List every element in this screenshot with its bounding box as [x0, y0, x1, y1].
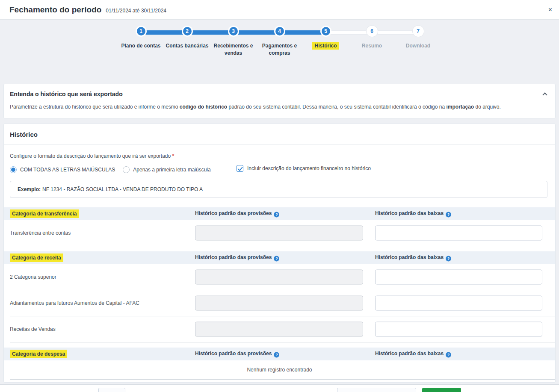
- example-text: NF 1234 - RAZÃO SOCIAL LTDA - VENDA DE P…: [42, 186, 203, 192]
- info-panel-title: Entenda o histórico que será exportado: [10, 91, 123, 97]
- step-label: Contas bancárias: [166, 43, 208, 49]
- footer-actions: Voltar Acessar financeiro do cliente Con…: [0, 384, 559, 392]
- writeoffs-input[interactable]: [375, 269, 542, 284]
- step-number: 4: [274, 26, 285, 37]
- table-row: Transferência entre contas: [4, 220, 555, 246]
- help-icon[interactable]: ?: [446, 352, 451, 357]
- provisions-input: [195, 225, 363, 240]
- step-label: Pagamentos e compras: [262, 43, 297, 56]
- modal-header: Fechamento do período 01/11/2024 até 30/…: [0, 0, 559, 20]
- column-header-provisions: Histórico padrão das provisões: [195, 350, 272, 356]
- help-icon[interactable]: ?: [446, 212, 451, 217]
- row-label: Transferência entre contas: [10, 230, 71, 236]
- info-panel: Entenda o histórico que será exportado P…: [3, 84, 556, 118]
- stepper-step-resumo[interactable]: 6 Resumo: [349, 26, 395, 57]
- step-number: 5: [320, 26, 331, 37]
- historico-panel: Histórico Configure o formato da descriç…: [3, 124, 556, 383]
- step-number: 6: [367, 26, 378, 37]
- step-label: Plano de contas: [121, 43, 160, 49]
- row-label: Receitas de Vendas: [10, 326, 56, 332]
- example-box: Exemplo: NF 1234 - RAZÃO SOCIAL LTDA - V…: [10, 181, 547, 198]
- back-button[interactable]: Voltar: [98, 388, 125, 392]
- checkbox-include-description[interactable]: Incluir descrição do lançamento financei…: [237, 165, 371, 172]
- historico-section-title: Histórico: [4, 124, 555, 145]
- divider: [10, 379, 555, 380]
- stepper-step-download[interactable]: 7 Download: [395, 26, 441, 57]
- stepper-step-contas-bancarias[interactable]: 2 Contas bancárias: [164, 26, 210, 57]
- help-icon[interactable]: ?: [274, 352, 279, 357]
- column-header-writeoffs: Histórico padrão das baixas: [375, 210, 444, 216]
- stepper-step-recebimentos-e-vendas[interactable]: 3 Recebimentos e vendas: [210, 26, 257, 57]
- step-number: 2: [182, 26, 193, 37]
- radio-unselected-icon: [123, 166, 130, 173]
- radio-all-uppercase[interactable]: COM TODAS AS LETRAS MAIÚSCULAS: [10, 166, 115, 173]
- column-header-writeoffs: Histórico padrão das baixas: [375, 350, 444, 356]
- radio-label: COM TODAS AS LETRAS MAIÚSCULAS: [20, 167, 115, 173]
- access-client-finance-button[interactable]: Acessar financeiro do cliente: [337, 388, 416, 392]
- stepper-step-plano-de-contas[interactable]: 1 Plano de contas: [118, 26, 164, 57]
- example-label: Exemplo:: [18, 186, 41, 192]
- radio-label: Apenas a primeira letra maiúscula: [133, 167, 210, 173]
- divider: [10, 246, 555, 246]
- divider: [10, 342, 555, 342]
- writeoffs-input[interactable]: [375, 295, 542, 310]
- writeoffs-input[interactable]: [375, 225, 542, 240]
- step-number: 7: [413, 26, 424, 37]
- step-number: 3: [228, 26, 239, 37]
- writeoffs-input[interactable]: [375, 321, 542, 336]
- collapse-chevron-up-icon[interactable]: [542, 92, 547, 97]
- step-number: 1: [136, 26, 147, 37]
- step-label: Download: [406, 43, 430, 49]
- radio-first-letter-uppercase[interactable]: Apenas a primeira letra maiúscula: [123, 166, 210, 173]
- step-label: Recebimentos e vendas: [213, 43, 253, 56]
- radio-selected-icon: [10, 166, 17, 173]
- table-row: Receitas de Vendas: [4, 316, 555, 342]
- category-title: Categoria de despesa: [10, 350, 67, 358]
- continue-button[interactable]: Continuar: [422, 388, 461, 392]
- help-icon[interactable]: ?: [274, 212, 279, 217]
- wizard-stepper: 1 Plano de contas 2 Contas bancárias 3 R…: [0, 26, 559, 79]
- page-title: Fechamento do período: [9, 5, 101, 15]
- row-label: 2 Categoria superior: [10, 274, 56, 280]
- section-header-receita: Categoria de receita Histórico padrão da…: [4, 251, 555, 264]
- help-icon[interactable]: ?: [446, 256, 451, 261]
- config-label: Configure o formato da descrição do lanç…: [4, 145, 555, 159]
- step-label-highlighted: Histórico: [312, 42, 339, 50]
- category-title: Categoria de receita: [10, 253, 63, 262]
- row-label: Adiantamentos para futuros Aumentos de C…: [10, 300, 139, 306]
- table-row: 2 Categoria superior: [4, 264, 555, 290]
- period-range: 01/11/2024 até 30/11/2024: [106, 6, 166, 14]
- column-header-provisions: Histórico padrão das provisões: [195, 254, 272, 260]
- step-label: Resumo: [362, 43, 382, 49]
- checkbox-label: Incluir descrição do lançamento financei…: [247, 165, 371, 171]
- checkbox-checked-icon: [237, 165, 243, 172]
- category-title: Categoria de transferência: [10, 209, 79, 218]
- section-header-transferencia: Categoria de transferência Histórico pad…: [4, 207, 555, 220]
- column-header-writeoffs: Histórico padrão das baixas: [375, 254, 444, 260]
- column-header-provisions: Histórico padrão das provisões: [195, 210, 272, 216]
- provisions-input: [195, 321, 363, 336]
- table-row: Adiantamentos para futuros Aumentos de C…: [4, 290, 555, 316]
- required-asterisk: *: [172, 153, 175, 159]
- provisions-input: [195, 269, 363, 284]
- provisions-input: [195, 295, 363, 310]
- info-panel-description: Parametrize a estrutura do histórico que…: [10, 103, 549, 111]
- section-header-despesa: Categoria de despesa Histórico padrão da…: [4, 348, 555, 360]
- close-icon[interactable]: ×: [548, 6, 552, 13]
- stepper-step-pagamentos-e-compras[interactable]: 4 Pagamentos e compras: [257, 26, 303, 57]
- help-icon[interactable]: ?: [274, 256, 279, 261]
- stepper-step-historico[interactable]: 5 Histórico: [303, 26, 349, 57]
- empty-message: Nenhum registro encontrado: [4, 360, 555, 379]
